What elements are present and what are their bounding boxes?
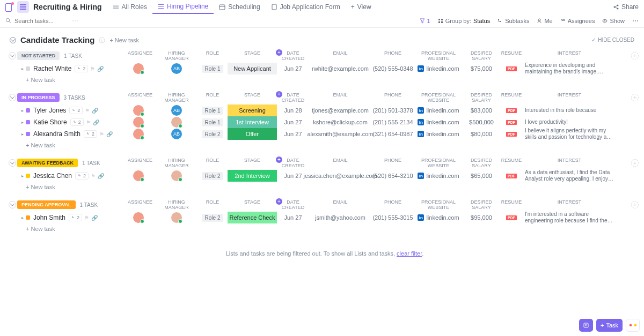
resume-cell[interactable]: PDF <box>500 215 523 220</box>
salary-cell[interactable]: $65,000 <box>463 173 500 179</box>
link-icon[interactable]: 🔗 <box>92 108 98 114</box>
task-row[interactable]: ▸ Jessica Chen 2 ⚑ 🔗 Role 2 2nd Intervie… <box>5 170 644 182</box>
avatar-initials[interactable]: AB <box>171 63 182 74</box>
avatar-initials[interactable]: AB <box>171 105 182 116</box>
stage-cell[interactable]: 2nd Interview <box>228 170 277 182</box>
subtask-badge[interactable]: 2 <box>75 65 88 72</box>
list-new-task-button[interactable]: + New task <box>109 37 139 43</box>
link-icon[interactable]: 🔗 <box>97 66 104 72</box>
website-cell[interactable]: inlinkedin.com <box>414 214 463 221</box>
status-pill[interactable]: IN PROGRESS <box>17 93 60 102</box>
email-cell[interactable]: jsmith@yahoo.com <box>309 214 371 221</box>
phone-cell[interactable]: (520) 555-0348 <box>371 65 414 72</box>
role-cell[interactable]: Role 1 <box>197 118 228 126</box>
view-tab-job-application-form[interactable]: Job Application Form <box>266 0 346 14</box>
column-header[interactable]: EMAIL <box>309 50 371 61</box>
expand-icon[interactable]: ▸ <box>21 132 24 137</box>
task-name[interactable]: Tyler Jones <box>33 107 66 114</box>
task-name[interactable]: Katie Shore <box>33 118 67 126</box>
role-cell[interactable]: Role 2 <box>197 130 228 138</box>
avatar[interactable] <box>171 212 182 223</box>
expand-icon[interactable]: ▸ <box>21 108 24 113</box>
note-fab[interactable] <box>579 319 593 332</box>
interest-cell[interactable]: I believe it aligns perfectly with my sk… <box>523 128 614 140</box>
column-header[interactable]: PHONE <box>371 92 414 103</box>
status-square[interactable] <box>26 120 30 124</box>
add-column-button[interactable]: + <box>631 94 639 101</box>
website-cell[interactable]: inlinkedin.com <box>414 65 463 72</box>
phone-cell[interactable]: (321) 654-0987 <box>371 131 414 137</box>
column-header[interactable]: HIRING MANAGER <box>156 158 197 168</box>
salary-cell[interactable]: $75,000 <box>463 65 500 72</box>
collapse-group-button[interactable] <box>9 94 16 101</box>
column-header[interactable]: PROFESIONAL WEBSITE <box>414 199 463 210</box>
column-header[interactable]: ROLE <box>197 50 228 61</box>
link-icon[interactable]: 🔗 <box>93 120 99 125</box>
column-header[interactable]: ASSIGNEE <box>125 199 156 210</box>
add-view-button[interactable]: + View <box>346 0 377 14</box>
avatar[interactable] <box>171 117 182 128</box>
role-cell[interactable]: Role 2 <box>197 172 228 180</box>
column-header[interactable]: ROLE <box>197 92 228 103</box>
show-button[interactable]: Show <box>602 18 625 24</box>
assignee-cell[interactable] <box>125 129 156 139</box>
column-header[interactable]: INTEREST <box>523 92 614 103</box>
column-header[interactable]: DESIRED SALARY <box>463 50 500 61</box>
column-header[interactable]: RESUME <box>500 158 523 168</box>
status-pill[interactable]: NOT STARTED <box>17 51 60 60</box>
email-cell[interactable]: kshore@clickup.com <box>309 119 371 125</box>
app-logo-icon[interactable] <box>5 3 13 11</box>
email-cell[interactable]: jessica.chen@example.com <box>309 173 371 179</box>
collapse-group-button[interactable] <box>9 201 16 208</box>
stage-cell[interactable]: Offer <box>228 128 277 140</box>
group-by-button[interactable]: Group by: Status <box>438 18 491 24</box>
phone-cell[interactable]: (201) 555-3015 <box>371 214 414 221</box>
subtask-badge[interactable]: 2 <box>70 118 84 126</box>
subtasks-button[interactable]: Subtasks <box>497 18 529 24</box>
interest-cell[interactable]: Interested in this role because <box>523 107 614 114</box>
expand-icon[interactable]: ▸ <box>21 66 24 71</box>
task-row[interactable]: ▸ John Smith 2 ⚑ 🔗 Role 2 Reference Chec… <box>5 212 644 223</box>
task-row[interactable]: ▸ Alexandra Smith 2 ⚑ 🔗 AB Role 2 Offer … <box>5 128 644 140</box>
tag-icon[interactable]: ⚑ <box>91 173 96 179</box>
add-column-button[interactable]: + <box>631 159 639 167</box>
column-header[interactable]: RESUME <box>500 199 523 210</box>
share-button[interactable]: Share <box>613 3 639 11</box>
hiring-manager-cell[interactable] <box>156 212 197 223</box>
resume-cell[interactable]: PDF <box>500 120 523 125</box>
resume-cell[interactable]: PDF <box>500 132 523 137</box>
hiring-manager-cell[interactable]: AB <box>156 129 197 139</box>
column-header[interactable]: DESIRED SALARY <box>463 158 500 168</box>
phone-cell[interactable]: (201) 555-2134 <box>371 119 414 125</box>
column-header[interactable]: INTEREST <box>523 199 614 210</box>
search-box[interactable] <box>5 18 64 24</box>
status-pill[interactable]: PENDING APPROVAL <box>17 200 76 209</box>
salary-cell[interactable]: $500,000 <box>463 119 500 125</box>
email-cell[interactable]: rwhite@example.com <box>309 65 371 72</box>
phone-cell[interactable]: (201) 501-3378 <box>371 107 414 114</box>
resume-cell[interactable]: PDF <box>500 66 523 71</box>
expand-icon[interactable]: ▸ <box>21 120 24 125</box>
status-pill[interactable]: AWAITING FEEDBACK <box>17 159 78 167</box>
resume-cell[interactable]: PDF <box>500 108 523 113</box>
add-column-button[interactable]: + <box>631 52 639 59</box>
collapse-group-button[interactable] <box>9 159 16 167</box>
subtask-badge[interactable]: 2 <box>75 172 89 180</box>
search-more-icon[interactable]: ⋯ <box>72 17 78 25</box>
column-header[interactable]: HIRING MANAGER <box>156 92 197 103</box>
resume-cell[interactable]: PDF <box>500 174 523 178</box>
task-name[interactable]: Alexandra Smith <box>33 130 80 138</box>
email-cell[interactable]: tjones@example.com <box>309 107 371 114</box>
column-header[interactable]: STAGE <box>228 50 277 61</box>
link-icon[interactable]: 🔗 <box>106 131 113 137</box>
column-header[interactable]: STAGE <box>228 199 277 210</box>
apps-fab[interactable] <box>626 319 640 332</box>
filter-button[interactable]: 1 <box>420 18 430 24</box>
task-row[interactable]: ▸ Rachel White 2 ⚑ 🔗 AB Role 1 New Appli… <box>5 63 644 74</box>
search-input[interactable] <box>14 18 57 24</box>
new-task-button[interactable]: + New task <box>5 140 644 151</box>
column-header[interactable]: ROLE <box>197 158 228 168</box>
column-header[interactable]: ASSIGNEE <box>125 92 156 103</box>
website-cell[interactable]: inlinkedin.com <box>414 131 463 137</box>
column-header[interactable]: STAGE <box>228 158 277 168</box>
